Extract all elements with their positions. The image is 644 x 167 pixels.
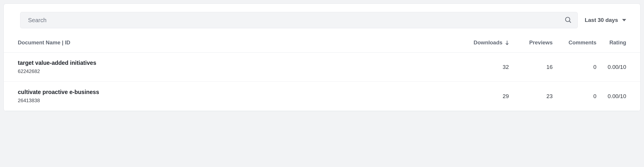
document-id: 62242682 bbox=[18, 69, 465, 74]
search-input[interactable] bbox=[20, 17, 559, 24]
cell-rating: 0.00/10 bbox=[596, 82, 640, 111]
cell-comments: 0 bbox=[553, 82, 596, 111]
search-container bbox=[20, 12, 578, 28]
column-header-previews-label: Previews bbox=[529, 39, 553, 46]
table-row[interactable]: cultivate proactive e-business 26413838 … bbox=[4, 82, 640, 111]
search-icon bbox=[565, 16, 572, 24]
chevron-down-icon bbox=[622, 19, 626, 21]
search-button[interactable] bbox=[559, 12, 577, 28]
column-header-previews[interactable]: Previews bbox=[509, 34, 553, 53]
documents-table: Document Name | ID Downloads P bbox=[4, 34, 640, 111]
svg-line-1 bbox=[569, 21, 571, 22]
column-header-downloads[interactable]: Downloads bbox=[465, 34, 509, 53]
column-header-name-label: Document Name | ID bbox=[18, 39, 70, 46]
cell-comments: 0 bbox=[553, 53, 596, 82]
column-header-rating-label: Rating bbox=[609, 39, 626, 46]
cell-previews: 23 bbox=[509, 82, 553, 111]
document-name: cultivate proactive e-business bbox=[18, 89, 465, 95]
column-header-rating[interactable]: Rating bbox=[596, 34, 640, 53]
date-range-label: Last 30 days bbox=[585, 17, 618, 23]
document-name: target value-added initiatives bbox=[18, 60, 465, 66]
cell-rating: 0.00/10 bbox=[596, 53, 640, 82]
column-header-name[interactable]: Document Name | ID bbox=[4, 34, 465, 53]
cell-previews: 16 bbox=[509, 53, 553, 82]
column-header-comments-label: Comments bbox=[568, 39, 596, 46]
table-row[interactable]: target value-added initiatives 62242682 … bbox=[4, 53, 640, 82]
sort-desc-icon bbox=[505, 41, 509, 45]
column-header-downloads-label: Downloads bbox=[474, 39, 502, 46]
toolbar: Last 30 days bbox=[4, 4, 640, 34]
column-header-comments[interactable]: Comments bbox=[553, 34, 596, 53]
cell-downloads: 29 bbox=[465, 82, 509, 111]
document-id: 26413838 bbox=[18, 98, 465, 104]
documents-panel: Last 30 days Document Name | ID Download… bbox=[4, 4, 640, 111]
cell-downloads: 32 bbox=[465, 53, 509, 82]
date-range-dropdown[interactable]: Last 30 days bbox=[585, 17, 629, 23]
